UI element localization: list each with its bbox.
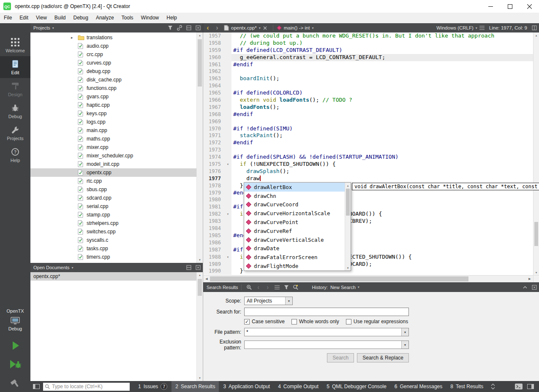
mode-debug[interactable]: Debug <box>0 100 30 122</box>
locator-input[interactable] <box>52 384 128 389</box>
code-editor[interactable]: 1957 // (we could put a bunch more WDG_R… <box>203 32 539 275</box>
code-line-1973[interactable]: 1973 <box>203 146 539 154</box>
exclusion-pattern-combo[interactable]: ▼ <box>244 341 409 349</box>
open-file-dropdown[interactable]: opentx.cpp* ▾ <box>231 25 261 30</box>
code-line-1976[interactable]: 1976 drawSplash(); <box>203 168 539 175</box>
code-line-1960[interactable]: 1960 g_eeGeneral.contrast = LCD_CONTRAST… <box>203 54 539 61</box>
tree-item-maths-cpp[interactable]: maths.cpp <box>30 135 203 143</box>
toggle-left-sidebar-icon[interactable] <box>30 384 42 389</box>
fold-marker-icon[interactable]: ▾ <box>224 254 231 261</box>
new-search-icon[interactable] <box>245 283 254 292</box>
code-line-1963[interactable]: 1963 boardInit(); <box>203 75 539 82</box>
completion-item[interactable]: drawCurvePoint <box>244 218 345 227</box>
scrollbar-thumb[interactable] <box>198 39 202 87</box>
search-replace-button[interactable]: Search & Replace <box>357 353 409 362</box>
file-pattern-combo[interactable]: ▼ <box>244 328 409 336</box>
checkbox-whole-words-only[interactable]: Whole words only <box>291 319 339 324</box>
code-line-1974[interactable]: 1974#if defined(SPLASH) && !defined(STAR… <box>203 154 539 161</box>
scroll-down-icon[interactable]: ▼ <box>345 265 351 270</box>
tree-item-logs-cpp[interactable]: logs.cpp <box>30 118 203 126</box>
menu-window[interactable]: Window <box>137 13 163 23</box>
menu-edit[interactable]: Edit <box>16 13 32 23</box>
mode-edit[interactable]: Edit <box>0 56 30 78</box>
tree-item-mixer-scheduler-cpp[interactable]: mixer_scheduler.cpp <box>30 151 203 160</box>
search-button[interactable]: Search <box>327 353 354 362</box>
scrollbar-thumb[interactable] <box>346 189 350 216</box>
tree-item-stamp-cpp[interactable]: stamp.cpp <box>30 211 203 219</box>
next-result-icon[interactable]: › <box>263 283 272 292</box>
checkbox-use-regular-expressions[interactable]: Use regular expressions <box>346 319 408 324</box>
tree-item-haptic-cpp[interactable]: haptic.cpp <box>30 101 203 109</box>
code-line-1972[interactable]: 1972#endif <box>203 139 539 146</box>
filter-tree-icon[interactable] <box>166 23 175 32</box>
split-editor-icon[interactable] <box>530 23 539 32</box>
code-line-1959[interactable]: 1959#if defined(LCD_CONTRAST_DEFAULT) <box>203 47 539 54</box>
tree-item-tasks-cpp[interactable]: tasks.cpp <box>30 244 203 253</box>
go-forward-button[interactable]: › <box>212 23 222 32</box>
close-panel-icon[interactable] <box>193 263 203 272</box>
maximize-pane-icon[interactable] <box>520 283 530 292</box>
completion-item[interactable]: drawCurveRef <box>244 227 345 235</box>
mode-welcome[interactable]: Welcome <box>0 34 30 56</box>
completion-item[interactable]: drawChn <box>244 192 345 200</box>
kit-selector-button[interactable]: Debug <box>8 314 22 336</box>
mode-help[interactable]: ?Help <box>0 144 30 166</box>
completion-item[interactable]: drawCurveVerticalScale <box>244 235 345 244</box>
code-line-1977[interactable]: 1977 draw <box>203 175 539 182</box>
editor-options-icon[interactable] <box>477 23 487 32</box>
tree-item-model-init-cpp[interactable]: model_init.cpp <box>30 160 203 168</box>
tree-item-functions-cpp[interactable]: functions.cpp <box>30 84 203 92</box>
build-button[interactable] <box>0 373 30 392</box>
history-dropdown[interactable]: New Search ▾ <box>330 285 359 290</box>
tree-item-keys-cpp[interactable]: keys.cpp <box>30 109 203 118</box>
code-line-1958[interactable]: 1958 // during boot up.) <box>203 40 539 47</box>
exclusion-pattern-input[interactable] <box>245 342 401 348</box>
close-panel-icon[interactable] <box>193 23 203 32</box>
tree-item-crc-cpp[interactable]: crc.cpp <box>30 50 203 59</box>
mode-projects[interactable]: Projects <box>0 122 30 144</box>
code-line-1961[interactable]: 1961#endif <box>203 61 539 68</box>
output-pane-issues[interactable]: 1 Issues7 <box>134 381 171 392</box>
scroll-up-icon[interactable]: ▲ <box>345 183 351 188</box>
menu-debug[interactable]: Debug <box>70 13 92 23</box>
tree-item-serial-cpp[interactable]: serial.cpp <box>30 202 203 211</box>
scroll-up-icon[interactable]: ▲ <box>197 272 203 278</box>
close-document-button[interactable] <box>261 23 270 32</box>
completion-scrollbar[interactable]: ▲ ▼ <box>345 183 351 270</box>
completion-item[interactable]: drawCurveCoord <box>244 200 345 209</box>
tree-item-switches-cpp[interactable]: switches.cpp <box>30 227 203 236</box>
completion-item[interactable]: drawAlertBox <box>244 183 345 192</box>
tree-item-sbus-cpp[interactable]: sbus.cpp <box>30 185 203 194</box>
close-button[interactable] <box>520 0 539 13</box>
code-line-1969[interactable]: 1969 <box>203 118 539 125</box>
maximize-button[interactable] <box>500 0 520 13</box>
output-pane-compile-output[interactable]: 4 Compile Output <box>274 381 322 392</box>
minimize-button[interactable] <box>481 0 500 13</box>
go-back-button[interactable]: ‹ <box>203 23 212 32</box>
code-line-1967[interactable]: 1967 loadFonts(); <box>203 104 539 111</box>
code-line-1965[interactable]: 1965#if defined(COLORLCD) <box>203 89 539 97</box>
tree-item-translations[interactable]: ▸translations <box>30 33 203 42</box>
scroll-right-icon[interactable]: ▶ <box>526 276 533 282</box>
code-line-1971[interactable]: 1971 stackPaint(); <box>203 132 539 139</box>
close-pane-icon[interactable] <box>530 283 539 292</box>
menu-view[interactable]: View <box>32 13 51 23</box>
cursor-position-indicator[interactable]: Line: 1977, Col: 9 <box>489 25 527 30</box>
output-pane-updown-icon[interactable] <box>487 384 499 389</box>
tree-item-sdcard-cpp[interactable]: sdcard.cpp <box>30 194 203 202</box>
checkbox-case-sensitive[interactable]: ✓Case sensitive <box>244 319 285 324</box>
code-line-1968[interactable]: 1968#endif <box>203 111 539 118</box>
scrollbar-thumb[interactable] <box>534 222 538 246</box>
sync-with-editor-icon[interactable] <box>175 23 184 32</box>
tree-item-rtc-cpp[interactable]: rtc.cpp <box>30 177 203 185</box>
scope-select[interactable]: All Projects ▼ <box>244 297 293 305</box>
scroll-down-icon[interactable]: ▼ <box>534 270 539 275</box>
editor-horizontal-scrollbar[interactable]: ◀ ▶ <box>203 275 539 282</box>
tree-item-main-cpp[interactable]: main.cpp <box>30 126 203 135</box>
expand-chevron-icon[interactable]: ▸ <box>71 35 78 40</box>
tree-item-timers-cpp[interactable]: timers.cpp <box>30 253 203 261</box>
filter-results-icon[interactable] <box>282 283 291 292</box>
code-line-1970[interactable]: 1970#if !defined(SIMU) <box>203 125 539 132</box>
search-input[interactable] <box>244 308 409 316</box>
output-pane-search-results[interactable]: 2 Search Results <box>172 381 219 392</box>
